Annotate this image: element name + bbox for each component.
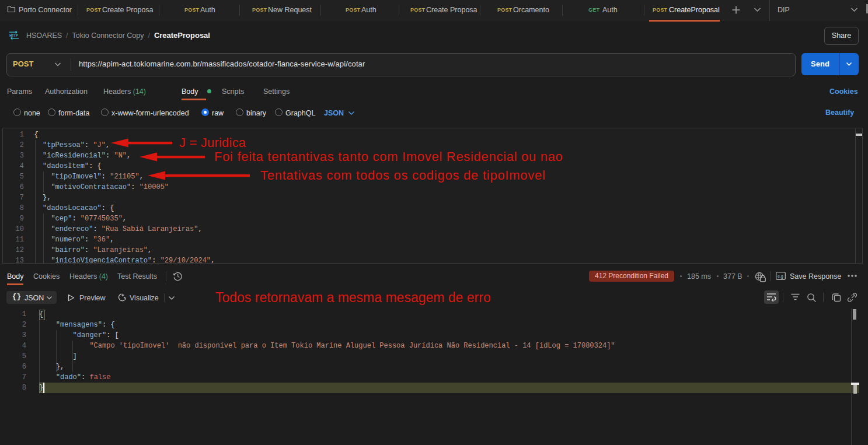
svg-text:HTTP: HTTP [9,33,18,37]
svg-text:e.g: e.g [778,274,783,279]
